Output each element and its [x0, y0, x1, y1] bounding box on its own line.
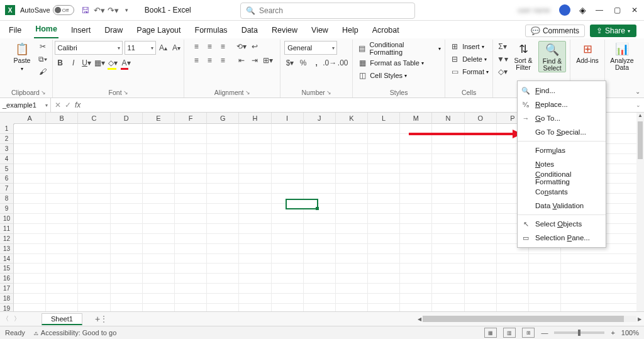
comma-icon[interactable]: ,: [311, 57, 322, 69]
align-bottom-icon[interactable]: ≡: [217, 41, 228, 52]
italic-button[interactable]: I: [68, 57, 79, 69]
format-as-table-button[interactable]: ▦Format as Table▾: [357, 57, 424, 69]
row-header[interactable]: 2: [0, 134, 14, 144]
font-color-button[interactable]: A▾: [121, 57, 132, 69]
formula-bar-expand[interactable]: ⌄: [633, 102, 644, 108]
accessibility-status[interactable]: ஃAccessibility: Good to go: [34, 329, 116, 337]
decrease-indent-icon[interactable]: ⇤: [236, 55, 247, 66]
tab-data[interactable]: Data: [240, 23, 259, 38]
align-right-icon[interactable]: ≡: [217, 55, 228, 66]
percent-icon[interactable]: %: [297, 57, 309, 69]
align-left-icon[interactable]: ≡: [191, 55, 202, 66]
tab-acrobat[interactable]: Acrobat: [371, 23, 401, 38]
share-button[interactable]: ⇪Share▾: [590, 25, 636, 37]
border-button[interactable]: ▦▾: [94, 57, 106, 69]
row-header[interactable]: 3: [0, 144, 14, 154]
maximize-button[interactable]: ▢: [613, 6, 621, 14]
vertical-scrollbar[interactable]: ▲: [636, 113, 644, 311]
zoom-in-button[interactable]: +: [611, 329, 614, 336]
menu-item-go-to-special[interactable]: Go To Special...: [518, 125, 606, 139]
zoom-level[interactable]: 100%: [621, 329, 639, 336]
close-button[interactable]: ✕: [630, 6, 639, 14]
menu-item-formulas[interactable]: Formulas: [518, 143, 606, 157]
col-header[interactable]: O: [465, 113, 497, 124]
row-header[interactable]: 6: [0, 174, 14, 184]
tab-draw[interactable]: Draw: [103, 23, 124, 38]
tab-formulas[interactable]: Formulas: [194, 23, 229, 38]
account-avatar[interactable]: [559, 4, 570, 16]
align-top-icon[interactable]: ≡: [191, 41, 202, 52]
search-box[interactable]: 🔍 Search: [240, 3, 415, 19]
analyze-data-button[interactable]: 📊Analyze Data: [609, 41, 635, 71]
active-cell[interactable]: [286, 199, 318, 209]
row-header[interactable]: 4: [0, 154, 14, 164]
menu-item-notes[interactable]: Notes: [518, 157, 606, 171]
zoom-slider[interactable]: [554, 331, 604, 334]
tab-insert[interactable]: Insert: [70, 23, 92, 38]
col-header[interactable]: C: [78, 113, 110, 124]
row-header[interactable]: 18: [0, 294, 14, 304]
font-size-combo[interactable]: 11: [125, 41, 156, 55]
tab-next-icon[interactable]: 〉: [11, 314, 23, 323]
increase-decimal-icon[interactable]: .0→: [324, 57, 335, 69]
align-middle-icon[interactable]: ≡: [204, 41, 215, 52]
normal-view-icon[interactable]: ▦: [484, 328, 497, 338]
horizontal-scrollbar[interactable]: ◀▶: [111, 316, 644, 322]
decrease-font-icon[interactable]: A▾: [171, 42, 182, 53]
align-center-icon[interactable]: ≡: [204, 55, 215, 66]
delete-cells-button[interactable]: ⊟Delete▾: [449, 53, 487, 65]
row-header[interactable]: 14: [0, 254, 14, 264]
copy-icon[interactable]: ⧉▾: [37, 53, 48, 65]
row-header[interactable]: 13: [0, 244, 14, 254]
alignment-launcher[interactable]: ↘: [245, 89, 250, 96]
row-header[interactable]: 1: [0, 124, 14, 134]
row-header[interactable]: 8: [0, 194, 14, 204]
find-select-button[interactable]: 🔍Find & Select: [538, 41, 566, 72]
clear-icon[interactable]: ◇▾: [497, 66, 508, 77]
currency-icon[interactable]: $▾: [284, 57, 296, 69]
tab-page-layout[interactable]: Page Layout: [135, 23, 182, 38]
minimize-button[interactable]: —: [595, 6, 604, 14]
row-header[interactable]: 11: [0, 224, 14, 234]
col-header[interactable]: H: [239, 113, 271, 124]
diamond-icon[interactable]: ◈: [579, 5, 586, 15]
page-break-view-icon[interactable]: ⊞: [522, 328, 535, 338]
qat-customize-icon[interactable]: ▾: [122, 5, 132, 15]
number-format-combo[interactable]: General: [284, 41, 337, 55]
col-header[interactable]: N: [432, 113, 464, 124]
row-header[interactable]: 7: [0, 184, 14, 194]
fill-color-button[interactable]: ◇▾: [108, 57, 119, 69]
zoom-out-button[interactable]: —: [541, 329, 548, 336]
tab-home[interactable]: Home: [34, 22, 58, 38]
insert-cells-button[interactable]: ⊞Insert▾: [449, 41, 484, 52]
orientation-icon[interactable]: ⟲▾: [236, 41, 247, 52]
autosum-icon[interactable]: Σ▾: [497, 41, 508, 52]
add-sheet-button[interactable]: +: [95, 314, 100, 324]
cell-styles-button[interactable]: ◫Cell Styles▾: [357, 70, 407, 81]
increase-indent-icon[interactable]: ⇥: [249, 55, 260, 66]
menu-item-constants[interactable]: Constants: [518, 185, 606, 199]
name-box[interactable]: _example1▾: [0, 98, 51, 112]
cancel-formula-icon[interactable]: ✕: [55, 101, 61, 109]
conditional-formatting-button[interactable]: ▤Conditional Formatting▾: [357, 41, 441, 56]
format-cells-button[interactable]: ▭Format▾: [449, 66, 489, 77]
sort-filter-button[interactable]: ⇅Sort & Filter: [510, 41, 536, 71]
row-header[interactable]: 12: [0, 234, 14, 244]
enter-formula-icon[interactable]: ✓: [65, 101, 71, 109]
clipboard-launcher[interactable]: ↘: [41, 89, 46, 96]
col-header[interactable]: A: [14, 113, 46, 124]
row-header[interactable]: 5: [0, 164, 14, 174]
tab-file[interactable]: File: [8, 23, 23, 38]
paste-button[interactable]: 📋Paste▾: [9, 41, 35, 72]
comments-button[interactable]: 💬Comments: [525, 25, 585, 37]
format-painter-icon[interactable]: 🖌: [37, 66, 48, 77]
font-launcher[interactable]: ↘: [123, 89, 128, 96]
row-header[interactable]: 17: [0, 284, 14, 294]
page-layout-view-icon[interactable]: ▥: [503, 328, 516, 338]
menu-item-data-validation[interactable]: Data Validation: [518, 199, 606, 213]
row-header[interactable]: 15: [0, 264, 14, 274]
bold-button[interactable]: B: [55, 57, 66, 69]
tab-help[interactable]: Help: [341, 23, 360, 38]
row-header[interactable]: 9: [0, 204, 14, 214]
sheet-tab[interactable]: Sheet1: [42, 313, 82, 325]
